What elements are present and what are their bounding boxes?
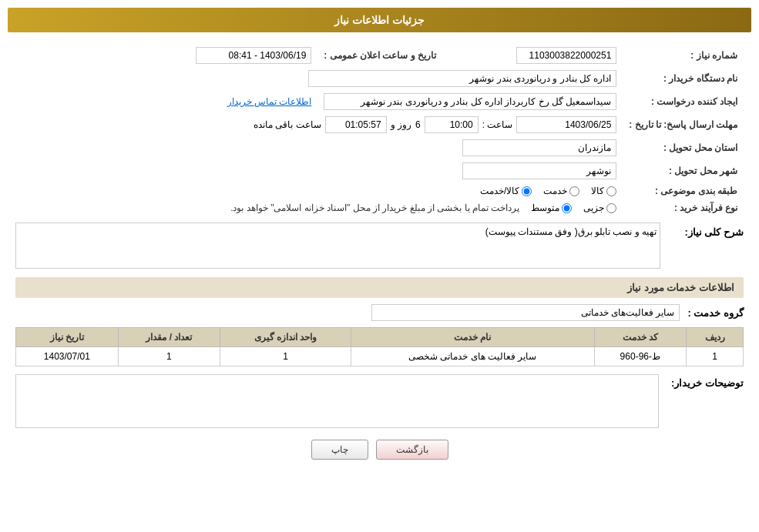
table-row: 1 ط-96-960 سایر فعالیت های خدماتی شخصی 1… (16, 347, 744, 366)
category-label: طبقه بندی موضوعی : (623, 182, 744, 199)
cat-kala-item[interactable]: کالا (591, 186, 616, 196)
pt-jozvi-label: جزیی (583, 202, 604, 213)
print-button[interactable]: چاپ (311, 440, 368, 460)
day-label: روز و (391, 119, 411, 130)
service-group-label: گروه خدمت : (687, 307, 744, 319)
cell-name: سایر فعالیت های خدماتی شخصی (351, 347, 595, 366)
back-button[interactable]: بازگشت (376, 440, 448, 460)
buyer-notes-label: توضیحات خریدار: (667, 374, 744, 389)
cat-kala-khadamat-radio[interactable] (522, 186, 532, 196)
announcement-date-label: تاریخ و ساعت اعلان عمومی : (317, 44, 454, 67)
time-label: ساعت : (482, 119, 513, 130)
province-input[interactable] (462, 139, 616, 156)
purchase-note: پرداخت تمام یا بخشی از مبلغ خریدار از مح… (230, 202, 519, 213)
cell-qty: 1 (118, 347, 220, 366)
col-qty: تعداد / مقدار (118, 328, 220, 347)
response-date-input[interactable] (516, 116, 616, 133)
creator-label: ایجاد کننده درخواست : (623, 90, 744, 113)
pt-mootasat-item[interactable]: متوسط (531, 202, 572, 213)
cell-code: ط-96-960 (594, 347, 686, 366)
creator-input[interactable] (324, 93, 616, 110)
need-description-textarea[interactable]: تهیه و نصب تابلو برق( وفق مستندات پیوست) (15, 223, 660, 269)
col-name: نام خدمت (351, 328, 595, 347)
contact-link[interactable]: اطلاعات تماس خریدار (227, 96, 312, 107)
cat-khadamat-label: خدمت (543, 186, 567, 196)
cat-khadamat-item[interactable]: خدمت (543, 186, 579, 196)
buyer-notes-textarea[interactable] (15, 374, 659, 428)
cat-khadamat-radio[interactable] (569, 186, 579, 196)
city-label: شهر محل تحویل : (623, 159, 744, 182)
col-unit: واحد اندازه گیری (220, 328, 351, 347)
pt-jozvi-radio[interactable] (606, 203, 616, 213)
pt-mootasat-label: متوسط (531, 202, 559, 213)
need-number-input[interactable] (516, 47, 616, 64)
buyer-org-label: نام دستگاه خریدار : (623, 67, 744, 90)
pt-jozvi-item[interactable]: جزیی (583, 202, 616, 213)
col-row: ردیف (687, 328, 744, 347)
cat-kala-radio[interactable] (606, 186, 616, 196)
footer-buttons: بازگشت چاپ (15, 440, 744, 467)
service-info-header: اطلاعات خدمات مورد نیاز (15, 277, 744, 298)
announcement-date-input[interactable] (196, 47, 311, 64)
response-time-input[interactable] (425, 116, 479, 133)
cat-kala-khadamat-item[interactable]: کالا/خدمت (480, 186, 532, 196)
cell-date: 1403/07/01 (16, 347, 119, 366)
province-label: استان محل تحویل : (623, 136, 744, 159)
col-code: کد خدمت (594, 328, 686, 347)
need-number-label: شماره نیاز : (623, 44, 744, 67)
remaining-time-input (325, 116, 387, 133)
cell-unit: 1 (220, 347, 351, 366)
service-group-input[interactable] (371, 304, 680, 321)
cat-kala-khadamat-label: کالا/خدمت (480, 186, 519, 196)
services-table: ردیف کد خدمت نام خدمت واحد اندازه گیری ت… (15, 327, 744, 366)
city-input[interactable] (462, 162, 616, 179)
buyer-org-input[interactable] (308, 70, 616, 87)
need-description-label: شرح کلی نیاز: (667, 223, 744, 238)
purchase-type-label: نوع فرآیند خرید : (623, 199, 744, 216)
cat-kala-label: کالا (591, 186, 604, 196)
cell-row: 1 (687, 347, 744, 366)
pt-mootasat-radio[interactable] (562, 203, 572, 213)
page-title: جزئیات اطلاعات نیاز (8, 8, 751, 32)
days-value: 6 (415, 119, 421, 130)
response-deadline-label: مهلت ارسال پاسخ: تا تاریخ : (623, 113, 744, 136)
remaining-label: ساعت باقی مانده (254, 119, 321, 130)
col-date: تاریخ نیاز (16, 328, 119, 347)
